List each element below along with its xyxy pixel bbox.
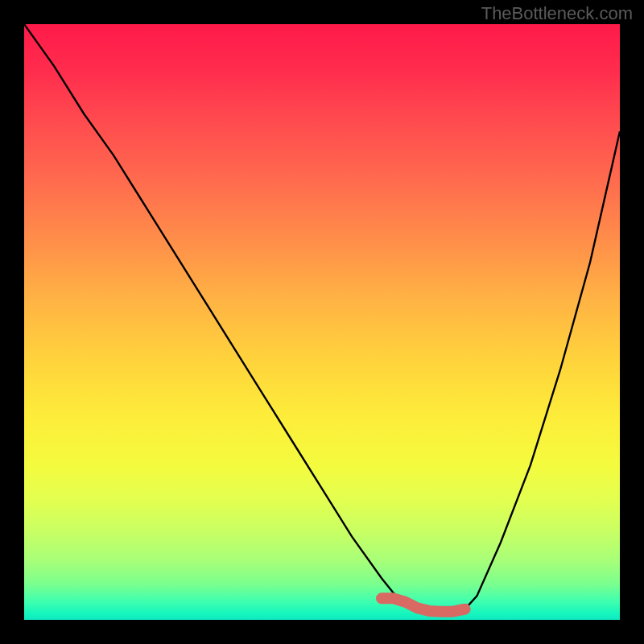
- chart-svg-overlay: [24, 24, 620, 620]
- watermark-text: TheBottleneck.com: [481, 3, 633, 24]
- chart-highlight-segment: [382, 598, 465, 611]
- chart-plot-area: [24, 24, 620, 620]
- chart-curve-line: [24, 24, 620, 612]
